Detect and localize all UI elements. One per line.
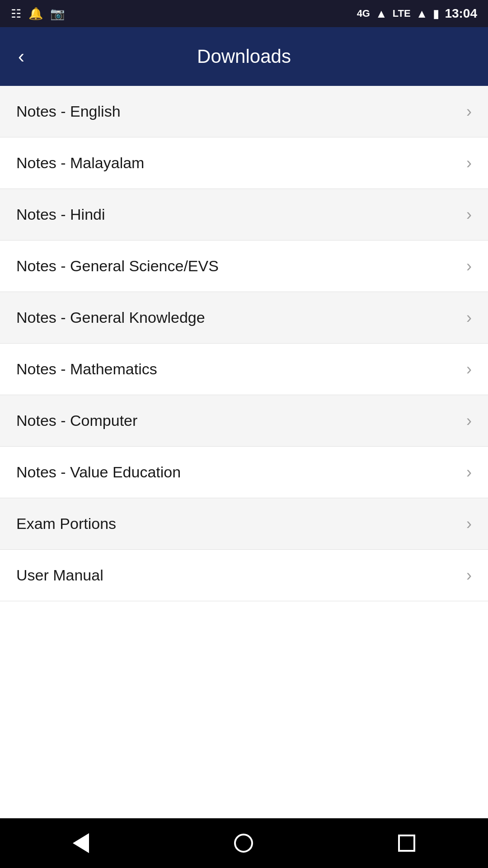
list-item-label: Notes - Malayalam bbox=[16, 154, 144, 172]
chevron-right-icon: › bbox=[466, 463, 472, 482]
nav-home-button[interactable] bbox=[227, 826, 260, 860]
back-button[interactable]: ‹ bbox=[14, 42, 29, 71]
chevron-right-icon: › bbox=[466, 514, 472, 533]
app-bar: ‹ Downloads bbox=[0, 27, 488, 86]
page-title: Downloads bbox=[197, 46, 291, 67]
list-item-label: Notes - Hindi bbox=[16, 206, 105, 223]
notifications-icon: 🔔 bbox=[28, 7, 43, 21]
signal-4g-text: 4G bbox=[357, 8, 370, 19]
signal-bars-2-icon: ▲ bbox=[416, 7, 428, 21]
list-item-label: Notes - Computer bbox=[16, 412, 137, 429]
list-item[interactable]: Notes - Hindi› bbox=[0, 189, 488, 241]
photos-icon: 📷 bbox=[50, 7, 65, 21]
list-item[interactable]: User Manual› bbox=[0, 550, 488, 601]
list-item[interactable]: Notes - Computer› bbox=[0, 395, 488, 447]
list-item[interactable]: Notes - English› bbox=[0, 86, 488, 137]
chevron-right-icon: › bbox=[466, 566, 472, 585]
chevron-right-icon: › bbox=[466, 308, 472, 327]
list-item-label: Notes - English bbox=[16, 103, 121, 120]
list-item-label: Notes - General Knowledge bbox=[16, 309, 205, 326]
chevron-right-icon: › bbox=[466, 360, 472, 379]
list-item[interactable]: Notes - General Science/EVS› bbox=[0, 241, 488, 292]
back-nav-icon bbox=[73, 833, 89, 853]
chevron-right-icon: › bbox=[466, 102, 472, 121]
status-bar: ☷ 🔔 📷 4G ▲ LTE ▲ ▮ 13:04 bbox=[0, 0, 488, 27]
messages-icon: ☷ bbox=[11, 7, 21, 21]
nav-back-button[interactable] bbox=[66, 826, 96, 860]
status-time: 13:04 bbox=[445, 6, 477, 21]
status-bar-left: ☷ 🔔 📷 bbox=[11, 7, 65, 21]
lte-text: LTE bbox=[393, 8, 411, 19]
status-bar-right: 4G ▲ LTE ▲ ▮ 13:04 bbox=[357, 6, 477, 21]
list-item-label: User Manual bbox=[16, 566, 103, 584]
list-item[interactable]: Notes - Value Education› bbox=[0, 447, 488, 498]
nav-recent-button[interactable] bbox=[391, 827, 422, 859]
chevron-right-icon: › bbox=[466, 205, 472, 224]
chevron-right-icon: › bbox=[466, 154, 472, 173]
downloads-list: Notes - English›Notes - Malayalam›Notes … bbox=[0, 86, 488, 818]
home-nav-icon bbox=[234, 834, 253, 853]
list-item[interactable]: Notes - Mathematics› bbox=[0, 344, 488, 395]
list-item[interactable]: Notes - General Knowledge› bbox=[0, 292, 488, 344]
chevron-right-icon: › bbox=[466, 411, 472, 430]
list-item-label: Notes - Mathematics bbox=[16, 360, 157, 378]
bottom-nav bbox=[0, 818, 488, 868]
signal-bars-icon: ▲ bbox=[375, 7, 387, 21]
list-item[interactable]: Notes - Malayalam› bbox=[0, 137, 488, 189]
recent-nav-icon bbox=[398, 835, 415, 852]
battery-icon: ▮ bbox=[433, 7, 439, 21]
list-item[interactable]: Exam Portions› bbox=[0, 498, 488, 550]
chevron-right-icon: › bbox=[466, 257, 472, 276]
list-item-label: Notes - Value Education bbox=[16, 463, 181, 481]
list-item-label: Notes - General Science/EVS bbox=[16, 257, 219, 275]
list-item-label: Exam Portions bbox=[16, 515, 116, 533]
